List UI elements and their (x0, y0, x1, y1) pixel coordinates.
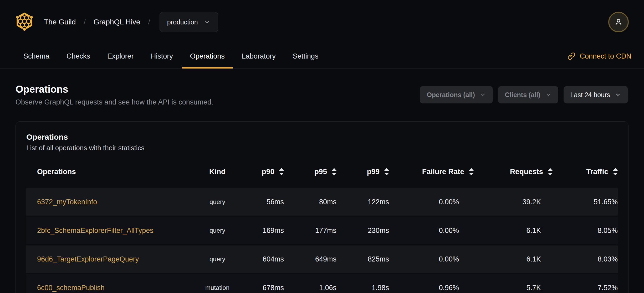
sort-icon[interactable] (384, 168, 389, 175)
operations-table: Operations Kind p90 p95 p99 Failure Rate (26, 159, 618, 293)
operation-traffic: 7.52% (553, 284, 618, 292)
operation-link[interactable]: 2bfc_SchemaExplorerFilter_AllTypes (37, 227, 154, 234)
period-filter-label: Last 24 hours (570, 91, 610, 99)
column-header-p90: p90 (236, 168, 284, 176)
target-selector-dropdown[interactable]: production (160, 12, 218, 32)
table-row: 2bfc_SchemaExplorerFilter_AllTypes query… (26, 217, 618, 244)
column-header-p95: p95 (284, 168, 336, 176)
hive-logo-icon[interactable] (15, 12, 34, 32)
operation-p90: 604ms (236, 255, 284, 263)
operation-p90: 56ms (236, 198, 284, 206)
clients-filter-label: Clients (all) (505, 91, 540, 99)
chevron-down-icon (480, 92, 486, 98)
connect-to-cdn-label: Connect to CDN (580, 52, 631, 60)
column-label: p90 (262, 168, 274, 176)
operation-p99: 1.98s (336, 284, 389, 292)
column-label: Kind (209, 168, 226, 176)
sort-icon[interactable] (279, 168, 284, 175)
operation-failure-rate: 0.00% (389, 255, 474, 263)
chevron-down-icon (204, 19, 211, 25)
operation-p99: 230ms (336, 227, 389, 235)
operation-p90: 169ms (236, 227, 284, 235)
tab-laboratory[interactable]: Laboratory (234, 44, 284, 68)
column-label: p95 (314, 168, 327, 176)
breadcrumb-separator: / (84, 18, 85, 26)
breadcrumb-separator: / (148, 18, 150, 26)
operations-filter-label: Operations (all) (427, 91, 475, 99)
breadcrumb: The Guild / GraphQL Hive / production (44, 12, 218, 32)
operation-p99: 122ms (336, 198, 389, 206)
operation-requests: 6.1K (474, 255, 553, 263)
operation-p95: 80ms (284, 198, 336, 206)
breadcrumb-project[interactable]: GraphQL Hive (94, 18, 140, 26)
operation-traffic: 8.05% (553, 227, 618, 235)
tab-operations[interactable]: Operations (182, 44, 233, 68)
table-row: 6c00_schemaPublish mutation 678ms 1.06s … (26, 274, 618, 293)
sort-icon[interactable] (548, 168, 553, 175)
sort-icon[interactable] (613, 168, 618, 175)
top-bar: The Guild / GraphQL Hive / production (0, 0, 644, 44)
user-icon (614, 17, 623, 27)
operations-card: Operations List of all operations with t… (16, 121, 628, 293)
column-label: Traffic (586, 168, 608, 176)
column-header-operations: Operations (26, 168, 199, 176)
operation-link[interactable]: 6c00_schemaPublish (37, 284, 105, 292)
column-label: Failure Rate (422, 168, 464, 176)
page-header: Operations Observe GraphQL requests and … (0, 69, 644, 106)
tab-bar: Schema Checks Explorer History Operation… (0, 44, 644, 69)
operation-link[interactable]: 6372_myTokenInfo (37, 198, 97, 206)
column-header-p99: p99 (336, 168, 389, 176)
operation-failure-rate: 0.00% (389, 227, 474, 235)
user-avatar-button[interactable] (608, 12, 629, 32)
operation-p90: 678ms (236, 284, 284, 292)
page-subtitle: Observe GraphQL requests and see how the… (16, 98, 213, 106)
operation-requests: 5.7K (474, 284, 553, 292)
tab-schema[interactable]: Schema (16, 44, 57, 68)
operation-kind: query (199, 227, 236, 234)
column-header-failure-rate: Failure Rate (389, 168, 474, 176)
operation-link[interactable]: 96d6_TargetExplorerPageQuery (37, 255, 139, 263)
page-title: Operations (16, 83, 213, 95)
sort-icon[interactable] (469, 168, 474, 175)
column-header-traffic: Traffic (553, 168, 618, 176)
tab-checks[interactable]: Checks (59, 44, 98, 68)
operation-traffic: 51.65% (553, 198, 618, 206)
operation-p99: 825ms (336, 255, 389, 263)
target-selector-value: production (167, 18, 198, 26)
tab-history[interactable]: History (143, 44, 181, 68)
operation-kind: mutation (199, 284, 236, 291)
filter-bar: Operations (all) Clients (all) Last 24 h… (420, 86, 628, 103)
column-header-requests: Requests (474, 168, 553, 176)
table-body: 6372_myTokenInfo query 56ms 80ms 122ms 0… (26, 188, 618, 293)
clients-filter-dropdown[interactable]: Clients (all) (498, 86, 558, 103)
card-subtitle: List of all operations with their statis… (26, 144, 618, 152)
operations-filter-dropdown[interactable]: Operations (all) (420, 86, 493, 103)
connect-to-cdn-link[interactable]: Connect to CDN (568, 52, 631, 60)
operation-p95: 1.06s (284, 284, 336, 292)
breadcrumb-org[interactable]: The Guild (44, 18, 76, 26)
page-header-text: Operations Observe GraphQL requests and … (16, 83, 213, 106)
operation-p95: 649ms (284, 255, 336, 263)
sort-icon[interactable] (332, 168, 336, 175)
table-row: 6372_myTokenInfo query 56ms 80ms 122ms 0… (26, 188, 618, 216)
table-header-row: Operations Kind p90 p95 p99 Failure Rate (26, 159, 618, 184)
link-icon (568, 52, 575, 60)
column-label: Requests (510, 168, 543, 176)
tab-explorer[interactable]: Explorer (99, 44, 142, 68)
tab-settings[interactable]: Settings (285, 44, 326, 68)
chevron-down-icon (545, 92, 551, 98)
operation-failure-rate: 0.96% (389, 284, 474, 292)
operation-requests: 6.1K (474, 227, 553, 235)
operation-traffic: 8.03% (553, 255, 618, 263)
column-label: Operations (37, 168, 76, 176)
operation-kind: query (199, 255, 236, 263)
operation-p95: 177ms (284, 227, 336, 235)
card-title: Operations (26, 133, 618, 142)
period-filter-dropdown[interactable]: Last 24 hours (564, 86, 628, 103)
column-label: p99 (367, 168, 380, 176)
operation-requests: 39.2K (474, 198, 553, 206)
chevron-down-icon (615, 92, 621, 98)
column-header-kind: Kind (199, 168, 236, 176)
table-row: 96d6_TargetExplorerPageQuery query 604ms… (26, 245, 618, 273)
operation-failure-rate: 0.00% (389, 198, 474, 206)
